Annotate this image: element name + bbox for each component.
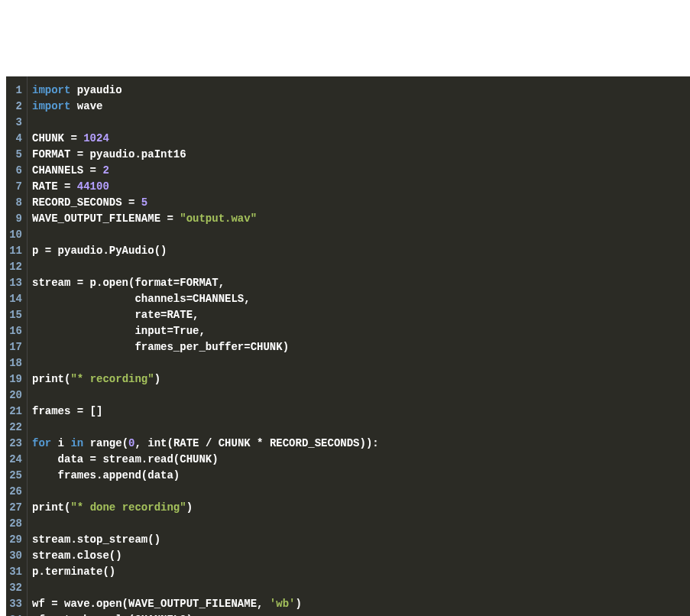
line-number: 8: [9, 195, 22, 211]
token-id: p = pyaudio.PyAudio(): [32, 245, 167, 257]
line-number: 12: [9, 259, 22, 275]
code-line[interactable]: RATE = 44100: [32, 179, 690, 195]
code-line[interactable]: stream = p.open(format=FORMAT,: [32, 275, 690, 291]
line-number: 6: [9, 163, 22, 179]
line-number: 34: [9, 612, 22, 616]
code-line[interactable]: rate=RATE,: [32, 307, 690, 323]
line-number: 29: [9, 532, 22, 548]
code-line[interactable]: stream.close(): [32, 548, 690, 564]
code-line[interactable]: [32, 484, 690, 500]
token-num: 44100: [77, 180, 109, 193]
line-number: 27: [9, 500, 22, 516]
line-number: 22: [9, 420, 22, 436]
code-line[interactable]: p = pyaudio.PyAudio(): [32, 243, 690, 259]
code-line[interactable]: [32, 227, 690, 243]
line-number: 3: [9, 115, 22, 131]
token-id: wave: [70, 100, 102, 112]
token-id: frames_per_buffer=CHUNK): [32, 341, 289, 353]
code-line[interactable]: input=True,: [32, 323, 690, 339]
code-line[interactable]: stream.stop_stream(): [32, 532, 690, 548]
token-id: CHUNK =: [32, 132, 83, 144]
code-line[interactable]: [32, 516, 690, 532]
line-number: 7: [9, 179, 22, 195]
code-line[interactable]: import wave: [32, 99, 690, 115]
line-number: 19: [9, 371, 22, 387]
code-line[interactable]: RECORD_SECONDS = 5: [32, 195, 690, 211]
token-id: stream.stop_stream(): [32, 533, 160, 546]
token-id: print(: [32, 373, 70, 385]
line-number: 1: [9, 83, 22, 99]
line-number: 14: [9, 291, 22, 307]
token-id: FORMAT = pyaudio.paInt16: [32, 148, 186, 160]
token-id: ): [154, 373, 160, 385]
token-id: data = stream.read(CHUNK): [32, 453, 219, 465]
token-id: frames = []: [32, 405, 102, 417]
token-id: stream.close(): [32, 550, 122, 562]
code-line[interactable]: CHANNELS = 2: [32, 163, 690, 179]
line-number: 31: [9, 564, 22, 580]
token-id: pyaudio: [70, 84, 121, 96]
token-num: 5: [141, 196, 147, 209]
code-line[interactable]: print("* done recording"): [32, 500, 690, 516]
line-number: 2: [9, 99, 22, 115]
line-number: 26: [9, 484, 22, 500]
token-id: input=True,: [32, 325, 206, 337]
token-str: "* recording": [70, 373, 154, 385]
token-id: print(: [32, 501, 70, 514]
code-line[interactable]: frames = []: [32, 404, 690, 420]
token-id: channels=CHANNELS,: [32, 293, 251, 305]
code-line[interactable]: data = stream.read(CHUNK): [32, 452, 690, 468]
line-number: 28: [9, 516, 22, 532]
line-number: 10: [9, 227, 22, 243]
token-kw: in: [70, 437, 83, 449]
code-line[interactable]: [32, 580, 690, 596]
code-line[interactable]: FORMAT = pyaudio.paInt16: [32, 147, 690, 163]
token-id: wf = wave.open(WAVE_OUTPUT_FILENAME,: [32, 598, 270, 610]
code-editor[interactable]: 1234567891011121314151617181920212223242…: [6, 76, 690, 616]
code-line[interactable]: print("* recording"): [32, 371, 690, 387]
token-id: ): [186, 501, 193, 514]
token-id: RECORD_SECONDS =: [32, 196, 141, 209]
code-line[interactable]: import pyaudio: [32, 83, 690, 99]
token-kw: for: [32, 437, 51, 449]
line-number: 17: [9, 339, 22, 355]
token-str: 'wb': [270, 598, 296, 610]
line-number: 30: [9, 548, 22, 564]
token-id: stream = p.open(format=FORMAT,: [32, 277, 225, 289]
code-line[interactable]: [32, 420, 690, 436]
token-str: "* done recording": [70, 501, 186, 514]
line-number: 20: [9, 387, 22, 404]
token-kw: import: [32, 84, 70, 96]
token-id: i: [51, 437, 70, 449]
code-content[interactable]: import pyaudioimport waveCHUNK = 1024FOR…: [28, 76, 690, 616]
code-line[interactable]: CHUNK = 1024: [32, 131, 690, 147]
code-line[interactable]: [32, 355, 690, 371]
line-number: 21: [9, 404, 22, 420]
code-line[interactable]: wf = wave.open(WAVE_OUTPUT_FILENAME, 'wb…: [32, 596, 690, 612]
line-number-gutter: 1234567891011121314151617181920212223242…: [6, 76, 28, 616]
token-id: frames.append(data): [32, 469, 180, 481]
code-line[interactable]: wf.setnchannels(CHANNELS): [32, 612, 690, 616]
token-str: "output.wav": [180, 212, 257, 225]
code-line[interactable]: for i in range(0, int(RATE / CHUNK * REC…: [32, 436, 690, 452]
code-line[interactable]: [32, 259, 690, 275]
token-id: p.terminate(): [32, 566, 115, 578]
code-line[interactable]: WAVE_OUTPUT_FILENAME = "output.wav": [32, 211, 690, 227]
token-id: RATE =: [32, 180, 77, 193]
token-id: rate=RATE,: [32, 309, 199, 321]
line-number: 23: [9, 436, 22, 452]
line-number: 24: [9, 452, 22, 468]
line-number: 32: [9, 580, 22, 596]
code-line[interactable]: [32, 387, 690, 404]
line-number: 13: [9, 275, 22, 291]
code-line[interactable]: [32, 115, 690, 131]
token-kw: import: [32, 100, 70, 112]
line-number: 4: [9, 131, 22, 147]
line-number: 11: [9, 243, 22, 259]
code-line[interactable]: channels=CHANNELS,: [32, 291, 690, 307]
token-id: range(: [83, 437, 128, 449]
code-line[interactable]: p.terminate(): [32, 564, 690, 580]
code-line[interactable]: frames_per_buffer=CHUNK): [32, 339, 690, 355]
token-id: WAVE_OUTPUT_FILENAME =: [32, 212, 180, 225]
code-line[interactable]: frames.append(data): [32, 468, 690, 484]
